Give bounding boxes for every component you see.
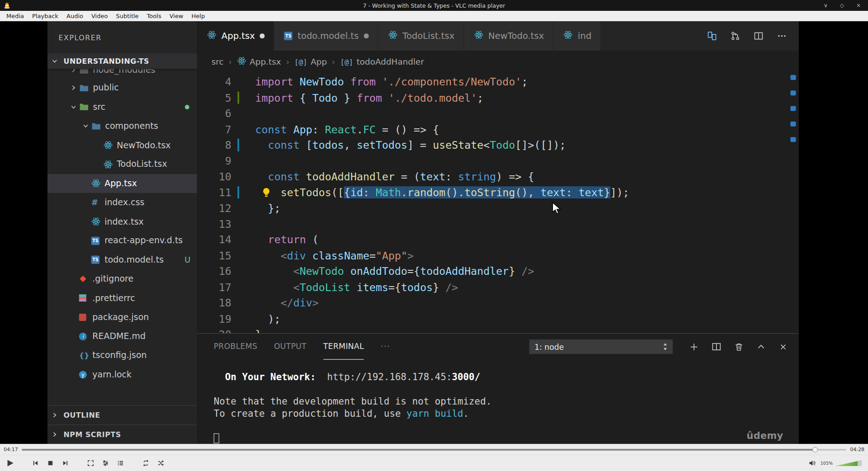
more-actions-button[interactable] (777, 31, 787, 41)
git-compare-button[interactable] (731, 31, 740, 41)
code-line-16[interactable]: 16 <NewTodo onAddTodo={todoAddHandler} /… (197, 264, 799, 279)
code-area[interactable]: 4import NewTodo from './components/NewTo… (197, 73, 799, 333)
tree-item-prettierrc[interactable]: .prettierrc (47, 288, 197, 307)
menu-view[interactable]: View (165, 13, 188, 19)
next-button[interactable] (60, 458, 71, 469)
line-number: 12 (197, 200, 231, 216)
breadcrumb-item-app[interactable]: [@]App (294, 57, 327, 66)
react-icon (104, 160, 117, 169)
tree-item-todo-model-ts[interactable]: TStodo.model.tsU (47, 250, 197, 269)
menu-audio[interactable]: Audio (62, 13, 87, 19)
tree-item-yarn-lock[interactable]: yyarn.lock (47, 365, 197, 384)
fullscreen-button[interactable] (85, 458, 96, 469)
panel-tab-output[interactable]: OUTPUT (274, 334, 307, 360)
code-line-5[interactable]: 5import { Todo } from './todo.model'; (197, 89, 799, 105)
code-line-20[interactable]: 20} (197, 326, 799, 333)
code-line-6[interactable]: 6 (197, 105, 799, 121)
line-number: 18 (197, 295, 231, 311)
menu-playback[interactable]: Playback (28, 13, 62, 19)
tab-todolist-tsx[interactable]: TodoList.tsx (378, 21, 464, 51)
chevron-down-icon (83, 123, 92, 129)
code-line-13[interactable]: 13 (197, 216, 799, 232)
code-text: <div className="App"> (242, 248, 414, 264)
tree-item-newtodo-tsx[interactable]: NewTodo.tsx (47, 136, 197, 155)
tree-item-index-tsx[interactable]: index.tsx (47, 212, 197, 231)
stop-button[interactable] (45, 458, 56, 469)
tree-item-app-tsx[interactable]: App.tsx (47, 174, 197, 193)
code-line-12[interactable]: 12 }; (197, 200, 799, 216)
tree-item-todolist-tsx[interactable]: TodoList.tsx (47, 155, 197, 174)
tree-item-src[interactable]: src (47, 98, 197, 117)
loop-button[interactable] (140, 458, 151, 469)
outline-section-header[interactable]: OUTLINE (47, 405, 197, 424)
maximize-panel-button[interactable] (757, 342, 766, 351)
split-terminal-button[interactable] (712, 342, 721, 352)
breadcrumb-separator: › (332, 57, 335, 66)
code-line-9[interactable]: 9 (197, 153, 799, 169)
tab-newtodo-tsx[interactable]: NewTodo.tsx (464, 21, 553, 51)
tree-item-readme-md[interactable]: iREADME.md (47, 327, 197, 346)
panel-tab-problems[interactable]: PROBLEMS (214, 334, 258, 360)
info-icon: i (79, 332, 92, 340)
breadcrumb-item-app-tsx[interactable]: App.tsx (237, 56, 281, 68)
breadcrumb-item-src[interactable]: src (212, 57, 224, 66)
code-line-18[interactable]: 18 </div> (197, 295, 799, 311)
play-button[interactable] (5, 458, 15, 469)
menu-subtitle[interactable]: Subtitle (112, 13, 142, 19)
npm-scripts-section-header[interactable]: NPM SCRIPTS (47, 424, 197, 444)
terminal-content[interactable]: On Your Network: http://192.168.178.45:3… (197, 360, 799, 444)
code-line-8[interactable]: 8 const [todos, setTodos] = useState<Tod… (197, 137, 799, 153)
menu-tools[interactable]: Tools (143, 13, 165, 19)
maximize-window-button[interactable]: ◇ (840, 3, 844, 8)
split-editor-button[interactable] (754, 31, 764, 41)
volume-slider[interactable] (835, 460, 862, 466)
breadcrumb-item-todoaddhandler[interactable]: [@]todoAddHandler (340, 57, 424, 66)
menu-video[interactable]: Video (87, 13, 112, 19)
tab-app-tsx[interactable]: App.tsx (197, 21, 274, 51)
seek-handle[interactable] (812, 447, 818, 452)
transport-bar: 105% (0, 455, 868, 471)
tree-item-index-css[interactable]: #index.css (47, 193, 197, 212)
menu-media[interactable]: Media (2, 13, 28, 19)
video-area[interactable]: EXPLORER UNDERSTANDING-TS node_modulespu… (0, 21, 868, 444)
kill-terminal-button[interactable] (735, 342, 744, 351)
extended-settings-button[interactable] (100, 458, 111, 469)
random-button[interactable] (155, 458, 166, 469)
panel-more-tabs-button[interactable]: ··· (381, 334, 390, 360)
tree-item-components[interactable]: components (47, 117, 197, 136)
menu-help[interactable]: Help (188, 13, 209, 19)
code-line-19[interactable]: 19 ); (197, 311, 799, 326)
terminal-line (214, 432, 799, 444)
code-line-7[interactable]: 7const App: React.FC = () => { (197, 121, 799, 137)
volume-area: 105% (807, 458, 863, 469)
seek-slider[interactable] (22, 449, 847, 451)
code-line-10[interactable]: 10 const todoAddHandler = (text: string)… (197, 169, 799, 184)
speaker-icon[interactable] (807, 458, 818, 469)
vlc-logo-icon (4, 2, 10, 9)
lightbulb-icon[interactable] (261, 187, 271, 197)
tree-item-tsconfig-json[interactable]: {}tsconfig.json (47, 346, 197, 365)
minimize-window-button[interactable]: ∨ (824, 3, 828, 8)
close-panel-button[interactable] (779, 342, 788, 351)
code-line-11[interactable]: 11 setTodos([{id: Math.random().toString… (197, 184, 799, 200)
new-terminal-button[interactable] (689, 342, 698, 351)
tree-item-node-modules[interactable]: node_modules (47, 69, 197, 78)
tree-item-gitignore[interactable]: .gitignore (47, 269, 197, 288)
code-line-14[interactable]: 14 return ( (197, 232, 799, 248)
panel-tab-terminal[interactable]: TERMINAL (323, 334, 364, 360)
workspace-section-header[interactable]: UNDERSTANDING-TS (47, 53, 197, 69)
terminal-selector[interactable]: 1: node (529, 339, 673, 354)
tree-item-package-json[interactable]: package.json (47, 308, 197, 327)
file-label: tsconfig.json (92, 350, 146, 360)
tree-item-public[interactable]: public (47, 78, 197, 97)
tree-item-react-app-env-d-ts[interactable]: TSreact-app-env.d.ts (47, 231, 197, 250)
code-line-17[interactable]: 17 <TodoList items={todos} /> (197, 279, 799, 295)
tab-todo-model-ts[interactable]: TStodo.model.ts (274, 21, 378, 51)
open-changes-button[interactable] (708, 31, 717, 41)
code-line-4[interactable]: 4import NewTodo from './components/NewTo… (197, 74, 799, 89)
playlist-button[interactable] (115, 458, 126, 469)
previous-button[interactable] (30, 458, 41, 469)
code-line-15[interactable]: 15 <div className="App"> (197, 248, 799, 264)
close-window-button[interactable]: × (856, 3, 861, 8)
tab-ind[interactable]: ind (553, 21, 601, 51)
